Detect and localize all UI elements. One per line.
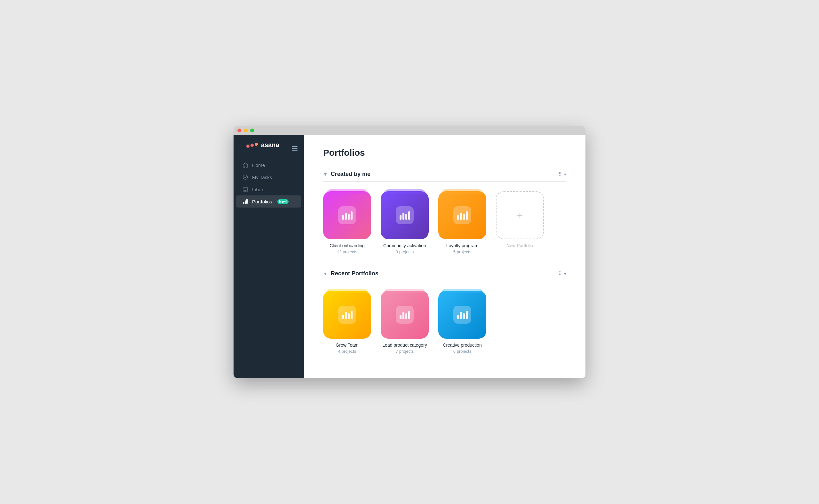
sidebar-item-portfolios[interactable]: Portfolios New! [236, 195, 301, 208]
thumb-shadow [384, 189, 426, 194]
grid-icon-recent: ⠿ [558, 271, 562, 277]
tasks-icon [242, 174, 248, 180]
new-badge: New! [277, 199, 289, 204]
bar-3 [405, 313, 407, 319]
new-portfolio-label: New Portfolio [507, 243, 533, 248]
portfolio-name-client-onboarding: Client onboarding [329, 243, 365, 248]
thumb-shadow [326, 289, 368, 293]
menu-button[interactable] [292, 146, 297, 152]
thumb-shadow [442, 289, 483, 293]
sidebar-item-my-tasks[interactable]: My Tasks [236, 171, 301, 183]
dropdown-chevron-icon: ▾ [564, 172, 566, 177]
bar-1 [399, 315, 401, 319]
sidebar-item-home[interactable]: Home [236, 159, 301, 171]
app-window: asana Home [233, 126, 586, 378]
portfolio-card-new[interactable]: + New Portfolio [496, 191, 544, 254]
logo-dot-1 [246, 145, 249, 148]
chart-bars [399, 211, 410, 220]
portfolio-name-community-activation: Community activation [383, 243, 426, 248]
titlebar [233, 126, 586, 135]
bar-2 [460, 213, 462, 220]
portfolio-name-creative-production: Creative production [443, 343, 482, 348]
bar-4 [350, 311, 352, 319]
asana-wordmark: asana [261, 141, 279, 149]
bar-3 [348, 313, 350, 319]
sidebar-item-inbox[interactable]: Inbox [236, 183, 301, 195]
portfolio-thumb-community-activation [381, 191, 429, 239]
chevron-down-icon-recent[interactable]: ▼ [323, 271, 327, 276]
section-title-created-by-me: Created by me [331, 171, 370, 177]
section-actions-recent-portfolios[interactable]: ⠿ ▾ [558, 271, 566, 277]
svg-rect-1 [292, 148, 297, 149]
portfolio-card-grow-team[interactable]: Grow Team 4 projects [323, 291, 371, 354]
new-portfolio-thumb[interactable]: + [496, 191, 544, 239]
portfolio-thumb-grow-team [323, 291, 371, 339]
chart-icon [338, 206, 356, 224]
section-title-recent-portfolios: Recent Portfolios [331, 270, 378, 277]
sidebar-header: asana [233, 141, 304, 156]
portfolio-name-grow-team: Grow Team [335, 343, 358, 348]
chart-bars [457, 211, 468, 220]
bar-2 [345, 213, 347, 220]
app-logo: asana [240, 141, 286, 156]
bar-4 [466, 211, 468, 220]
section-title-group-recent: ▼ Recent Portfolios [323, 270, 378, 277]
home-icon [242, 162, 248, 168]
maximize-button[interactable] [250, 129, 254, 132]
bar-2 [402, 213, 404, 220]
portfolio-card-loyalty-program[interactable]: Loyalty program 5 projects [438, 191, 486, 254]
svg-rect-5 [245, 201, 246, 204]
bar-3 [463, 313, 465, 319]
section-header-recent-portfolios: ▼ Recent Portfolios ⠿ ▾ [323, 270, 566, 281]
portfolio-thumb-loyalty-program [438, 191, 486, 239]
bar-3 [348, 214, 350, 220]
svg-rect-0 [292, 146, 297, 147]
home-label: Home [252, 162, 265, 168]
sidebar: asana Home [233, 135, 304, 378]
svg-rect-2 [292, 150, 297, 151]
bar-1 [342, 215, 344, 220]
thumb-shadow [384, 289, 426, 293]
inbox-label: Inbox [252, 187, 264, 192]
my-tasks-label: My Tasks [252, 175, 272, 180]
inbox-icon [242, 186, 248, 192]
portfolio-thumb-lead-product [381, 291, 429, 339]
app-container: asana Home [233, 135, 586, 378]
section-created-by-me: ▼ Created by me ⠿ ▾ [323, 171, 566, 254]
svg-rect-4 [243, 202, 244, 204]
chart-icon [396, 206, 414, 224]
portfolio-card-client-onboarding[interactable]: Client onboarding 12 projects [323, 191, 371, 254]
chart-bars [457, 310, 468, 319]
main-content: Portfolios ▼ Created by me ⠿ ▾ [304, 135, 586, 378]
portfolio-grid-created-by-me: Client onboarding 12 projects [323, 191, 566, 254]
minimize-button[interactable] [244, 129, 248, 132]
section-recent-portfolios: ▼ Recent Portfolios ⠿ ▾ [323, 270, 566, 354]
bar-4 [350, 211, 352, 220]
bar-2 [345, 312, 347, 319]
logo-dot-2 [250, 144, 254, 147]
bar-3 [463, 214, 465, 220]
chart-icon [396, 306, 414, 324]
section-actions-created-by-me[interactable]: ⠿ ▾ [558, 171, 566, 177]
chevron-down-icon[interactable]: ▼ [323, 172, 327, 177]
page-title: Portfolios [323, 148, 566, 158]
asana-logo-icon [246, 143, 258, 148]
chart-icon [453, 306, 471, 324]
chart-bars [342, 310, 352, 319]
portfolio-thumb-client-onboarding [323, 191, 371, 239]
plus-icon: + [517, 209, 523, 221]
portfolio-thumb-creative-production [438, 291, 486, 339]
portfolio-meta-loyalty-program: 5 projects [453, 249, 471, 254]
chart-bars [342, 211, 352, 220]
portfolio-card-community-activation[interactable]: Community activation 3 projects [381, 191, 429, 254]
dropdown-chevron-icon-recent: ▾ [564, 271, 566, 276]
close-button[interactable] [237, 129, 241, 132]
bar-4 [408, 311, 410, 319]
portfolios-label: Portfolios [252, 199, 272, 204]
portfolio-card-creative-production[interactable]: Creative production 6 projects [438, 291, 486, 354]
bar-2 [460, 312, 462, 319]
portfolios-icon [242, 199, 248, 204]
bar-3 [405, 214, 407, 220]
bar-4 [408, 211, 410, 220]
portfolio-card-lead-product-category[interactable]: Lead product category 7 projects [381, 291, 429, 354]
